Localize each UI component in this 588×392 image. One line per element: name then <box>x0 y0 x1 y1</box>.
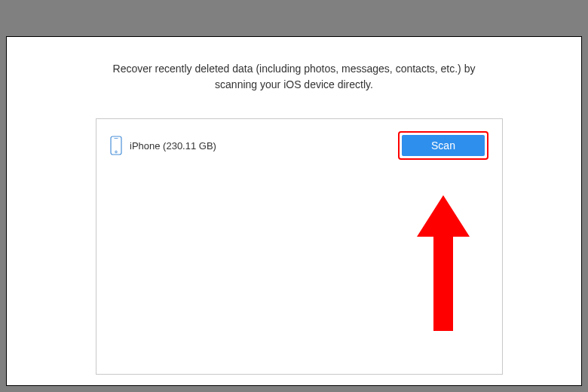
svg-rect-0 <box>111 136 121 155</box>
svg-rect-2 <box>115 138 118 139</box>
instruction-line-1: Recover recently deleted data (including… <box>113 63 476 75</box>
svg-point-1 <box>115 151 118 153</box>
scan-button-label: Scan <box>431 139 455 152</box>
app-window: Recover recently deleted data (including… <box>6 36 582 386</box>
instruction-text: Recover recently deleted data (including… <box>7 37 581 93</box>
scan-highlight-annotation: Scan <box>398 131 488 160</box>
device-name-label: iPhone (230.11 GB) <box>130 140 216 152</box>
device-list-panel: iPhone (230.11 GB) Scan <box>96 118 503 375</box>
device-info: iPhone (230.11 GB) <box>110 136 216 155</box>
device-row: iPhone (230.11 GB) Scan <box>96 119 502 160</box>
iphone-icon <box>110 136 122 155</box>
instruction-line-2: scanning your iOS device directly. <box>215 78 373 90</box>
scan-button[interactable]: Scan <box>402 135 485 156</box>
